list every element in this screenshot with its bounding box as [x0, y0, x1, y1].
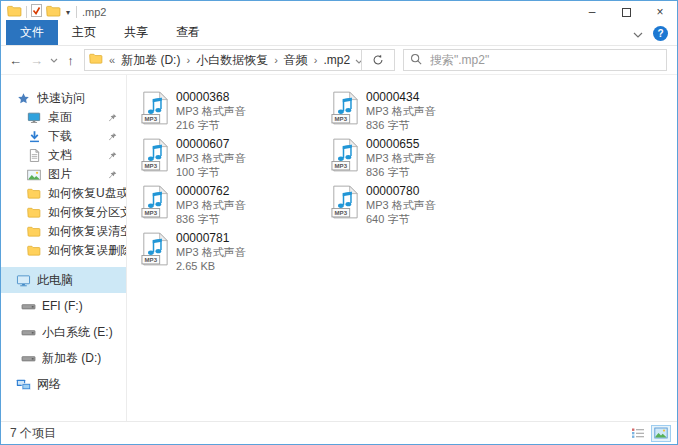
file-tile[interactable]: MP3 00000434 MP3 格式声音 836 字节 — [331, 90, 521, 137]
minimize-button[interactable]: – — [575, 1, 609, 23]
close-button[interactable]: × — [643, 1, 677, 23]
sidebar-item-this-pc[interactable]: 此电脑 — [1, 267, 126, 293]
search-icon — [410, 53, 422, 68]
details-view-button[interactable] — [628, 425, 648, 442]
file-grid: MP3 00000368 MP3 格式声音 216 字节 MP3 0000043… — [141, 90, 677, 278]
file-name: 00000434 — [366, 90, 436, 104]
collapse-ribbon-button[interactable] — [633, 27, 643, 41]
refresh-button[interactable] — [362, 49, 395, 71]
breadcrumb-segment-drive[interactable]: 新加卷 (D:) — [121, 52, 180, 69]
breadcrumb-prefix: « — [108, 54, 116, 66]
recent-locations-caret[interactable] — [47, 49, 60, 71]
qat-customize-caret[interactable]: ▾ — [65, 8, 71, 17]
main-area: 快速访问 桌面 下载 — [1, 75, 677, 421]
breadcrumb-segment-current[interactable]: .mp2 — [323, 53, 350, 67]
pictures-icon — [26, 169, 42, 181]
maximize-button[interactable] — [609, 1, 643, 23]
address-bar[interactable]: « 新加卷 (D:) › 小白数据恢复 › 音频 › .mp2 — [84, 49, 362, 71]
mp3-file-icon: MP3 — [331, 138, 359, 175]
mp3-file-icon: MP3 — [331, 91, 359, 128]
file-size: 836 字节 — [176, 212, 246, 226]
sidebar-item-folder-recycle[interactable]: 如何恢复误清空回收 — [1, 222, 126, 241]
file-tile[interactable]: MP3 00000762 MP3 格式声音 836 字节 — [141, 184, 331, 231]
view-switcher — [628, 425, 671, 442]
file-type: MP3 格式声音 — [176, 198, 246, 212]
file-type: MP3 格式声音 — [176, 104, 246, 118]
sidebar-item-documents[interactable]: 文档 — [1, 146, 126, 165]
breadcrumb-separator: › — [273, 54, 279, 66]
mp3-label: MP3 — [145, 116, 158, 122]
mp3-file-icon: MP3 — [141, 138, 169, 175]
navigation-toolbar: ← → ↑ « 新加卷 (D:) › 小白数据恢复 › 音频 › .mp2 — [1, 46, 677, 75]
file-name: 00000781 — [176, 231, 246, 245]
sidebar-item-label: 网络 — [37, 376, 61, 393]
sidebar-item-desktop[interactable]: 桌面 — [1, 108, 126, 127]
file-tile[interactable]: MP3 00000607 MP3 格式声音 100 字节 — [141, 137, 331, 184]
file-tile[interactable]: MP3 00000655 MP3 格式声音 836 字节 — [331, 137, 521, 184]
forward-button[interactable]: → — [26, 49, 47, 71]
mp3-label: MP3 — [145, 210, 158, 216]
file-size: 100 字节 — [176, 165, 246, 179]
address-folder-icon — [89, 53, 103, 67]
sidebar-item-drive-d[interactable]: 新加卷 (D:) — [1, 345, 126, 371]
window-title: .mp2 — [82, 6, 106, 18]
large-icons-view-button[interactable] — [651, 425, 671, 442]
up-button[interactable]: ↑ — [60, 49, 81, 71]
sidebar-item-pictures[interactable]: 图片 — [1, 165, 126, 184]
navigation-pane: 快速访问 桌面 下载 — [1, 75, 127, 421]
back-button[interactable]: ← — [5, 49, 26, 71]
breadcrumb-segment-folder1[interactable]: 小白数据恢复 — [196, 52, 268, 69]
status-bar: 7 个项目 — [1, 421, 677, 444]
mp3-label: MP3 — [145, 257, 158, 263]
drive-icon — [20, 352, 36, 365]
breadcrumb-segment-folder2[interactable]: 音频 — [284, 52, 308, 69]
quick-access-toolbar: ▾ — [7, 4, 71, 20]
item-count: 7 个项目 — [10, 425, 56, 442]
sidebar-item-label: 如何恢复U盘或内存 — [48, 185, 126, 202]
file-type: MP3 格式声音 — [366, 198, 436, 212]
file-tile[interactable]: MP3 00000781 MP3 格式声音 2.65 KB — [141, 231, 331, 278]
app-folder-icon[interactable] — [7, 5, 22, 20]
file-size: 640 字节 — [366, 212, 436, 226]
tab-home[interactable]: 主页 — [58, 20, 110, 45]
breadcrumb-separator: › — [185, 54, 191, 66]
sidebar-item-drive-efi[interactable]: EFI (F:) — [1, 293, 126, 319]
mp3-label: MP3 — [335, 210, 348, 216]
document-icon — [26, 149, 42, 162]
ribbon-tabs: 文件 主页 共享 查看 ? — [1, 23, 677, 46]
qat-new-folder-button[interactable] — [46, 5, 61, 20]
mp3-label: MP3 — [335, 116, 348, 122]
sidebar-item-drive-e[interactable]: 小白系统 (E:) — [1, 319, 126, 345]
window-controls: – × — [575, 1, 677, 23]
sidebar-item-network[interactable]: 网络 — [1, 371, 126, 397]
explorer-window: ▾ .mp2 – × 文件 主页 共享 查看 ? ← → ↑ — [0, 0, 678, 445]
sidebar-item-folder-usb[interactable]: 如何恢复U盘或内存 — [1, 184, 126, 203]
sidebar-item-quick-access[interactable]: 快速访问 — [1, 89, 126, 108]
sidebar-item-label: 新加卷 (D:) — [42, 350, 101, 367]
search-input[interactable] — [428, 52, 660, 68]
file-type: MP3 格式声音 — [176, 245, 246, 259]
folder-icon — [26, 207, 42, 218]
sidebar-item-downloads[interactable]: 下载 — [1, 127, 126, 146]
drive-icon — [20, 300, 36, 313]
file-name: 00000655 — [366, 137, 436, 151]
desktop-icon — [26, 111, 42, 124]
file-tile[interactable]: MP3 00000780 MP3 格式声音 640 字节 — [331, 184, 521, 231]
file-tile[interactable]: MP3 00000368 MP3 格式声音 216 字节 — [141, 90, 331, 137]
sidebar-item-label: 图片 — [48, 166, 72, 183]
file-size: 216 字节 — [176, 118, 246, 132]
sidebar-item-label: 如何恢复误删除文件 — [48, 242, 126, 259]
sidebar-item-folder-deleted[interactable]: 如何恢复误删除文件 — [1, 241, 126, 260]
tab-share[interactable]: 共享 — [110, 20, 162, 45]
qat-properties-button[interactable] — [31, 4, 42, 20]
file-name: 00000368 — [176, 90, 246, 104]
folder-icon — [26, 188, 42, 199]
file-type: MP3 格式声音 — [176, 151, 246, 165]
address-dropdown-caret[interactable] — [355, 53, 362, 67]
tab-file[interactable]: 文件 — [6, 20, 58, 45]
network-icon — [15, 378, 31, 391]
sidebar-item-folder-partition[interactable]: 如何恢复分区文件数 — [1, 203, 126, 222]
tab-view[interactable]: 查看 — [162, 20, 214, 45]
help-button[interactable]: ? — [653, 26, 668, 41]
file-type: MP3 格式声音 — [366, 104, 436, 118]
